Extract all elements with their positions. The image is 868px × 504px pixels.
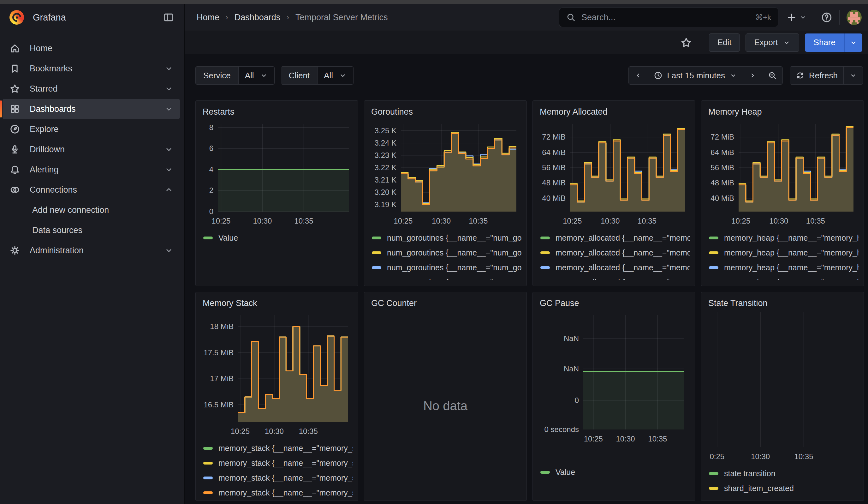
- legend-label: shard_item_created: [724, 484, 794, 493]
- search-box[interactable]: ⌘+k: [559, 8, 778, 27]
- panel-title[interactable]: GC Counter: [369, 296, 521, 308]
- sidebar-item-data-sources[interactable]: Data sources: [0, 220, 184, 240]
- svg-text:18 MiB: 18 MiB: [210, 322, 234, 331]
- time-range-button[interactable]: Last 15 minutes: [648, 66, 743, 84]
- chevron-down-icon: [849, 72, 857, 79]
- sidebar-collapse-icon[interactable]: [162, 11, 175, 24]
- refresh-picker: Refresh: [790, 66, 863, 85]
- share-button[interactable]: Share: [805, 33, 844, 52]
- svg-text:0: 0: [209, 207, 213, 216]
- state-transition-chart: 0:2510:3010:35: [706, 312, 859, 462]
- legend-item[interactable]: memory_allocated {__name__="memo: [540, 275, 690, 280]
- new-button[interactable]: [787, 12, 807, 22]
- user-avatar[interactable]: [847, 10, 862, 25]
- service-variable-select[interactable]: All: [239, 66, 274, 84]
- sidebar-item-connections[interactable]: Connections: [2, 180, 180, 200]
- legend-item[interactable]: memory_allocated {__name__="memo: [540, 245, 690, 260]
- export-button[interactable]: Export: [745, 33, 799, 52]
- svg-text:72 MiB: 72 MiB: [711, 133, 734, 141]
- legend-item[interactable]: memory_stack {__name__="memory_s: [203, 471, 353, 485]
- legend-label: Value: [556, 468, 575, 477]
- legend-item[interactable]: memory_heap {__name__="memory_h: [709, 275, 859, 280]
- legend-item[interactable]: state transition: [709, 466, 859, 481]
- svg-text:64 MiB: 64 MiB: [542, 148, 566, 157]
- svg-text:10:25: 10:25: [584, 434, 603, 443]
- divider: [839, 10, 840, 25]
- chevron-down-icon[interactable]: [164, 145, 174, 154]
- legend-item[interactable]: shard_item_created: [709, 481, 859, 496]
- time-shift-forward-button[interactable]: [743, 66, 762, 84]
- panel-gc-counter: GC Counter No data: [364, 292, 527, 501]
- panel-title[interactable]: Goroutines: [369, 104, 521, 117]
- legend-item[interactable]: num_goroutines {__name__="num_go: [372, 275, 521, 280]
- legend-label: memory_heap {__name__="memory_h: [724, 263, 859, 272]
- legend-label: memory_allocated {__name__="memo: [556, 233, 690, 243]
- sidebar-item-home[interactable]: Home: [2, 38, 180, 59]
- panel-memory-stack: Memory Stack 16.5 MiB17 MiB17.5 MiB18 Mi…: [195, 292, 358, 501]
- legend-item[interactable]: memory_allocated {__name__="memo: [540, 230, 690, 245]
- legend-item[interactable]: memory_stack {__name__="memory_s: [203, 485, 353, 500]
- legend-item[interactable]: num_goroutines {__name__="num_go: [372, 260, 521, 275]
- sidebar-item-administration[interactable]: Administration: [2, 240, 180, 260]
- time-zoom-out-button[interactable]: [762, 66, 783, 84]
- legend-item[interactable]: Value: [540, 465, 690, 480]
- legend-item[interactable]: memory_stack {__name__="memory_s: [203, 441, 353, 456]
- svg-text:10:25: 10:25: [731, 217, 750, 225]
- refresh-button[interactable]: Refresh: [790, 66, 844, 84]
- legend-item[interactable]: num_goroutines {__name__="num_go: [372, 245, 521, 260]
- panel-title[interactable]: Memory Allocated: [538, 104, 690, 117]
- refresh-icon: [796, 71, 805, 80]
- edit-button[interactable]: Edit: [709, 33, 740, 52]
- sidebar-item-dashboards[interactable]: Dashboards: [2, 99, 180, 119]
- sidebar-item-explore[interactable]: Explore: [2, 119, 180, 139]
- legend-item[interactable]: num_goroutines {__name__="num_go: [372, 230, 521, 245]
- sidebar-item-alerting[interactable]: Alerting: [2, 160, 180, 180]
- panel-title[interactable]: Memory Heap: [706, 104, 859, 117]
- svg-text:10:30: 10:30: [751, 452, 770, 461]
- panel-title[interactable]: Restarts: [201, 104, 353, 117]
- breadcrumb-dashboards[interactable]: Dashboards: [235, 13, 281, 22]
- legend-item[interactable]: memory_allocated {__name__="memo: [540, 260, 690, 275]
- memory-stack-chart: 16.5 MiB17 MiB17.5 MiB18 MiB10:2510:3010…: [201, 312, 353, 437]
- divider: [703, 35, 703, 50]
- refresh-interval-button[interactable]: [844, 66, 862, 84]
- search-icon: [566, 13, 576, 22]
- chevron-down-icon[interactable]: [164, 246, 174, 255]
- restarts-chart: 0246810:2510:3010:35: [201, 121, 353, 227]
- help-icon[interactable]: [821, 12, 832, 23]
- client-variable-select[interactable]: All: [318, 66, 353, 84]
- svg-text:3.19 K: 3.19 K: [375, 200, 396, 209]
- drilldown-icon: [9, 144, 20, 155]
- legend-label: memory_stack {__name__="memory_s: [218, 488, 353, 497]
- legend-item[interactable]: memory_heap {__name__="memory_h: [709, 260, 859, 275]
- sidebar-item-starred[interactable]: Starred: [2, 79, 180, 99]
- chevron-down-icon[interactable]: [164, 165, 174, 174]
- time-shift-back-button[interactable]: [629, 66, 648, 84]
- svg-text:3.23 K: 3.23 K: [375, 151, 396, 160]
- panel-title[interactable]: State Transition: [706, 296, 859, 308]
- legend-swatch: [709, 251, 719, 254]
- svg-text:10:30: 10:30: [769, 217, 788, 225]
- chevron-down-icon[interactable]: [164, 64, 174, 73]
- gc-pause-chart: NaNNaN00 seconds10:2510:3010:35: [538, 312, 690, 445]
- time-controls: Last 15 minutes Refresh: [628, 66, 863, 85]
- chevron-down-icon[interactable]: [164, 84, 174, 93]
- sidebar-item-add-new-connection[interactable]: Add new connection: [0, 200, 184, 220]
- legend-item[interactable]: memory_heap {__name__="memory_h: [709, 245, 859, 260]
- legend-item[interactable]: memory_stack {__name__="memory_s: [203, 456, 353, 471]
- panel-title[interactable]: Memory Stack: [201, 296, 353, 308]
- breadcrumb-home[interactable]: Home: [197, 13, 219, 22]
- chevron-up-icon[interactable]: [164, 185, 174, 195]
- legend-item[interactable]: Value: [203, 230, 353, 245]
- share-dropdown-button[interactable]: [844, 33, 862, 52]
- favorite-star-icon[interactable]: [680, 37, 692, 49]
- panel-title[interactable]: GC Pause: [538, 296, 690, 308]
- svg-text:8: 8: [209, 123, 213, 132]
- chevron-down-icon[interactable]: [164, 104, 174, 114]
- search-input[interactable]: [581, 12, 750, 23]
- legend-item[interactable]: memory_heap {__name__="memory_h: [709, 230, 859, 245]
- legend: Value: [538, 465, 690, 480]
- sidebar-item-bookmarks[interactable]: Bookmarks: [2, 59, 180, 79]
- chevron-down-icon: [339, 71, 347, 80]
- sidebar-item-drilldown[interactable]: Drilldown: [2, 139, 180, 160]
